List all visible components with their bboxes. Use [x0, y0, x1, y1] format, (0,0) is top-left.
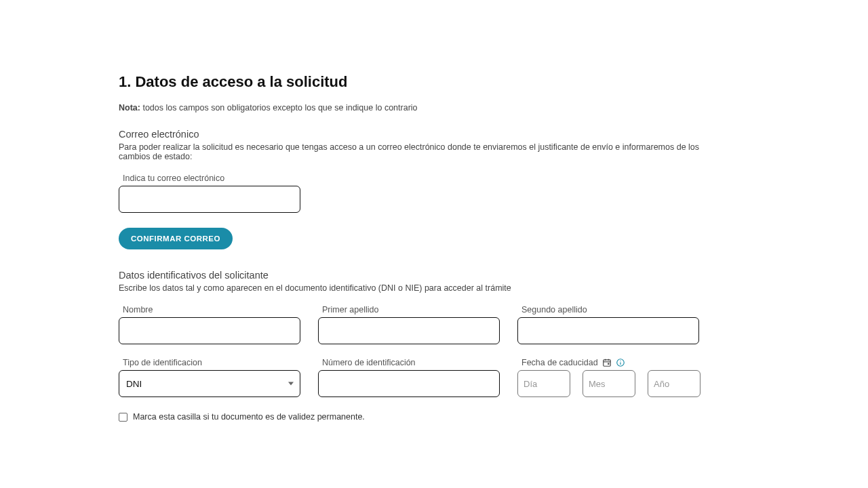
- email-label: Indica tu correo electrónico: [123, 174, 868, 183]
- id-type-select[interactable]: DNI: [119, 370, 300, 397]
- info-icon[interactable]: [616, 358, 625, 367]
- svg-point-7: [620, 361, 620, 361]
- expiry-day-input[interactable]: [517, 370, 570, 397]
- permanent-checkbox[interactable]: [119, 413, 127, 422]
- id-number-label: Número de identificación: [322, 358, 500, 367]
- note-text: todos los campos son obligatorios except…: [140, 103, 418, 113]
- permanent-checkbox-label: Marca esta casilla si tu documento es de…: [133, 412, 365, 422]
- note-prefix: Nota:: [119, 103, 140, 113]
- permanent-checkbox-row: Marca esta casilla si tu documento es de…: [119, 412, 868, 422]
- name-field-group: Nombre: [119, 305, 300, 344]
- name-label: Nombre: [123, 305, 300, 314]
- section-title: 1. Datos de acceso a la solicitud: [119, 73, 868, 91]
- name-row: Nombre Primer apellido Segundo apellido: [119, 305, 868, 344]
- identity-section: Datos identificativos del solicitante Es…: [119, 270, 868, 422]
- identity-description: Escribe los datos tal y como aparecen en…: [119, 283, 702, 293]
- id-number-field-group: Número de identificación: [318, 358, 500, 397]
- expiry-field-group: Fecha de caducidad: [517, 358, 701, 397]
- email-description: Para poder realizar la solicitud es nece…: [119, 142, 702, 161]
- expiry-label: Fecha de caducidad: [521, 358, 598, 367]
- expiry-year-input[interactable]: [648, 370, 701, 397]
- expiry-label-row: Fecha de caducidad: [521, 358, 701, 367]
- surname2-input[interactable]: [517, 317, 699, 344]
- form-page: 1. Datos de acceso a la solicitud Nota: …: [0, 0, 868, 422]
- id-row: Tipo de identificacion DNI Número de ide…: [119, 358, 868, 397]
- calendar-icon: [602, 358, 612, 367]
- surname2-field-group: Segundo apellido: [517, 305, 699, 344]
- svg-rect-4: [608, 363, 609, 365]
- id-number-input[interactable]: [318, 370, 500, 397]
- note: Nota: todos los campos son obligatorios …: [119, 103, 868, 113]
- expiry-date-row: [517, 370, 701, 397]
- email-section: Correo electrónico Para poder realizar l…: [119, 129, 868, 249]
- email-field-group: Indica tu correo electrónico: [119, 174, 868, 213]
- surname2-label: Segundo apellido: [521, 305, 699, 314]
- surname1-field-group: Primer apellido: [318, 305, 500, 344]
- svg-rect-0: [603, 360, 610, 366]
- id-type-select-wrap: DNI: [119, 370, 300, 397]
- email-input[interactable]: [119, 186, 300, 213]
- expiry-month-input[interactable]: [583, 370, 635, 397]
- surname1-input[interactable]: [318, 317, 500, 344]
- surname1-label: Primer apellido: [322, 305, 500, 314]
- email-heading: Correo electrónico: [119, 129, 868, 140]
- confirm-email-button[interactable]: CONFIRMAR CORREO: [119, 228, 233, 249]
- name-input[interactable]: [119, 317, 300, 344]
- id-type-label: Tipo de identificacion: [123, 358, 300, 367]
- identity-heading: Datos identificativos del solicitante: [119, 270, 868, 281]
- id-type-field-group: Tipo de identificacion DNI: [119, 358, 300, 397]
